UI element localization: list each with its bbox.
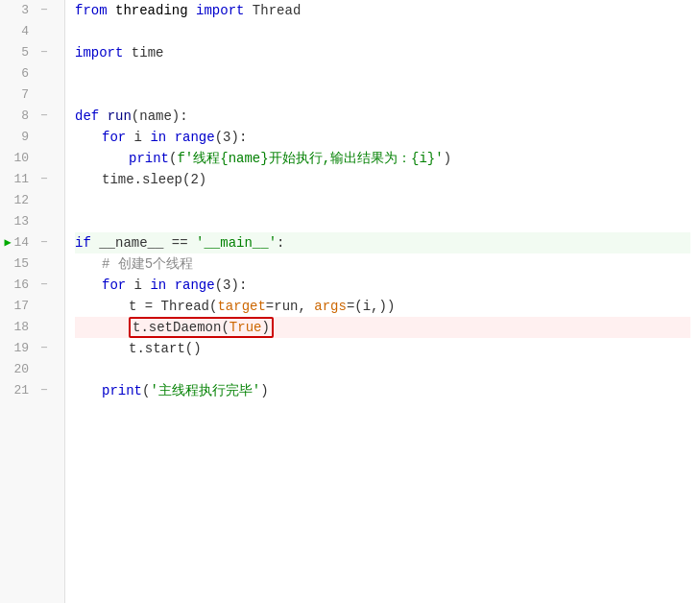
code-editor: 3 ─ 4 5 ─ 6 7 8 ─ 9 — [0, 0, 700, 603]
code-line-6 — [75, 63, 690, 84]
code-line-9: for i in range(3): — [75, 127, 690, 148]
debug-arrow-14: ▶ — [0, 232, 15, 253]
gutter-row-3: 3 ─ — [0, 0, 64, 21]
token-range2: range — [175, 275, 215, 296]
fold-icon-20 — [36, 362, 52, 377]
code-line-3: from threading import Thread — [75, 0, 690, 21]
fold-icon-12 — [36, 193, 52, 208]
fold-icon-7 — [36, 87, 52, 103]
token-true: True — [229, 320, 262, 335]
fold-icon-13 — [36, 214, 52, 229]
token-if: if — [75, 232, 91, 253]
fold-icon-15 — [36, 256, 52, 272]
line-number-5: 5 — [0, 42, 36, 63]
line-number-13: 13 — [0, 211, 36, 232]
token-in2: in — [150, 275, 166, 296]
code-line-15: # 创建5个线程 — [75, 253, 690, 275]
token-threading: threading — [115, 0, 188, 21]
line-number-4: 4 — [0, 21, 36, 42]
gutter-row-14: ▶ 14 ─ — [0, 232, 64, 253]
line-number-21: 21 — [0, 380, 36, 401]
line-number-17: 17 — [0, 296, 36, 317]
token-comment1: # 创建5个线程 — [102, 253, 193, 275]
code-line-13 — [75, 211, 690, 232]
token-range1: range — [175, 127, 215, 148]
gutter: 3 ─ 4 5 ─ 6 7 8 ─ 9 — [0, 0, 65, 603]
code-area: from threading import Thread import time… — [65, 0, 700, 603]
gutter-row-16: 16 ─ — [0, 275, 64, 296]
gutter-row-8: 8 ─ — [0, 106, 64, 127]
daemon-highlight: t.setDaemon(True) — [129, 317, 274, 338]
token-setdaemon: t.setDaemon( — [133, 320, 229, 335]
fold-icon-6 — [36, 66, 52, 82]
token-import: import — [196, 0, 244, 21]
fold-icon-10 — [36, 151, 52, 166]
code-line-16: for i in range(3): — [75, 275, 690, 296]
line-number-11: 11 — [0, 169, 36, 190]
fold-icon-5[interactable]: ─ — [36, 45, 52, 60]
line-number-12: 12 — [0, 190, 36, 211]
line-number-10: 10 — [0, 148, 36, 169]
gutter-row-9: 9 — [0, 127, 64, 148]
gutter-row-12: 12 — [0, 190, 64, 211]
gutter-row-19: 19 ─ — [0, 338, 64, 359]
fold-icon-21[interactable]: ─ — [36, 383, 52, 398]
code-line-19: t.start() — [75, 338, 690, 359]
fold-icon-19[interactable]: ─ — [36, 341, 52, 356]
gutter-row-6: 6 — [0, 63, 64, 84]
token-main-done: '主线程执行完毕' — [150, 380, 260, 401]
token-main-str: '__main__' — [196, 232, 277, 253]
fold-icon-3[interactable]: ─ — [36, 3, 52, 18]
gutter-row-10: 10 — [0, 148, 64, 169]
token-for2: for — [102, 275, 126, 296]
token-run: run — [108, 106, 132, 127]
token-target-param: target — [217, 296, 265, 317]
gutter-row-4: 4 — [0, 21, 64, 42]
token-args-param: args — [314, 296, 347, 317]
gutter-row-20: 20 — [0, 359, 64, 380]
line-number-20: 20 — [0, 359, 36, 380]
code-line-4 — [75, 21, 690, 42]
fold-icon-8[interactable]: ─ — [36, 109, 52, 124]
fold-icon-17 — [36, 299, 52, 314]
code-line-17: t = Thread(target=run, args=(i,)) — [75, 296, 690, 317]
gutter-row-21: 21 ─ — [0, 380, 64, 401]
token-from: from — [75, 0, 108, 21]
code-line-11: time.sleep(2) — [75, 169, 690, 190]
gutter-row-17: 17 — [0, 296, 64, 317]
token-print2: print — [102, 380, 142, 401]
fold-icon-18 — [36, 320, 52, 335]
line-number-19: 19 — [0, 338, 36, 359]
gutter-row-5: 5 ─ — [0, 42, 64, 63]
gutter-row-15: 15 — [0, 253, 64, 275]
token-import2: import — [75, 42, 123, 63]
code-line-12 — [75, 190, 690, 211]
token-print1: print — [129, 148, 169, 169]
token-tstart: t.start() — [129, 338, 202, 359]
token-in1: in — [150, 127, 166, 148]
line-number-18: 18 — [0, 317, 36, 338]
code-line-5: import time — [75, 42, 690, 63]
token-timesleep: time.sleep(2) — [102, 169, 206, 190]
gutter-row-7: 7 — [0, 84, 64, 106]
line-number-3: 3 — [0, 0, 36, 21]
fold-icon-4 — [36, 24, 52, 39]
fold-icon-11[interactable]: ─ — [36, 172, 52, 187]
fold-icon-9 — [36, 130, 52, 145]
line-number-16: 16 — [0, 275, 36, 296]
token-t-assign: t = Thread( — [129, 296, 217, 317]
line-number-8: 8 — [0, 106, 36, 127]
fold-icon-14[interactable]: ─ — [36, 235, 52, 251]
fold-icon-16[interactable]: ─ — [36, 277, 52, 293]
line-number-9: 9 — [0, 127, 36, 148]
line-number-15: 15 — [0, 253, 36, 275]
code-line-18: t.setDaemon(True) — [75, 317, 690, 338]
code-line-21: print('主线程执行完毕') — [75, 380, 690, 401]
token-fstring1: f'线程{name}开始执行,输出结果为：{i}' — [177, 148, 443, 169]
gutter-row-13: 13 — [0, 211, 64, 232]
gutter-row-18: 18 — [0, 317, 64, 338]
code-line-14: if __name__ == '__main__': — [75, 232, 690, 253]
gutter-row-11: 11 ─ — [0, 169, 64, 190]
token-def: def — [75, 106, 99, 127]
code-line-20 — [75, 359, 690, 380]
